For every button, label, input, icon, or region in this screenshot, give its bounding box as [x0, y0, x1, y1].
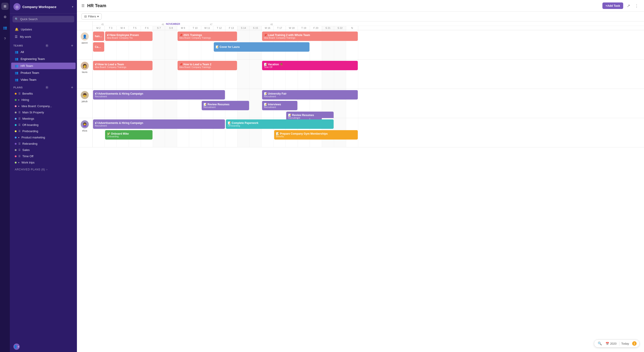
plan-dot-hiring: [15, 99, 16, 101]
all-team-icon: 👥: [15, 50, 18, 54]
sidebar-item-offboarding[interactable]: ☰ Off-boarding: [11, 122, 76, 128]
event-e18[interactable]: 📝Prepare Company Gym Memberships Benefit…: [274, 130, 358, 140]
sidebar-item-benefits[interactable]: ☰ Benefits: [11, 90, 76, 96]
plans-add-button[interactable]: +: [71, 86, 73, 90]
day-bg-col-5: [153, 60, 165, 88]
day-f13: F 13: [226, 26, 238, 30]
day-s21: S 21: [322, 26, 334, 30]
calendar-icon: 📅: [606, 342, 609, 345]
event-e3[interactable]: 📌2021 Trainings Idea Board: Company Trai…: [178, 32, 237, 41]
sidebar-item-engineering[interactable]: 👥 Engineering Team: [11, 56, 76, 62]
event-icon-e12: 📝: [204, 103, 207, 106]
archived-plans[interactable]: ARCHIVED PLANS (6) ›: [11, 166, 76, 173]
plan-rows-icon: ☰: [18, 148, 20, 152]
plans-info-icon[interactable]: ℹ: [46, 86, 48, 89]
sidebar-item-idea-board[interactable]: ▸ Idea Board: Company...: [11, 103, 76, 109]
hr-icon: 👥: [15, 64, 18, 68]
event-sub-e3: Idea Board: Company Trainings: [179, 37, 235, 39]
event-e11[interactable]: 📝University Fair Recruitment: [262, 90, 358, 100]
icon-rail: ⊞ ⚙ 👥 ?: [0, 0, 10, 352]
share-button[interactable]: ↗: [626, 2, 631, 9]
person-label-eliza: 👩‍🦱 eliza: [77, 118, 92, 147]
day-w11: W 11: [201, 26, 213, 30]
sidebar-item-main-st[interactable]: ☰ Main St Property: [11, 109, 76, 116]
zoom-button[interactable]: 🔍: [597, 341, 603, 346]
sidebar-item-product[interactable]: 👥 Product Team: [11, 70, 76, 76]
plan-label-preboarding: Preboarding: [22, 130, 38, 133]
event-e10[interactable]: 🏷Advertisements & Hiring Campaign Recrui…: [93, 90, 225, 100]
event-title-e18: 📝Prepare Company Gym Memberships: [276, 132, 356, 135]
event-e6[interactable]: 📝Cover for Laura: [214, 42, 310, 52]
sidebar-item-hr[interactable]: 👥 HR Team: [11, 62, 76, 69]
sidebar-item-video[interactable]: 👥 Video Team: [11, 76, 76, 83]
event-e9[interactable]: 📝Vacation 🌴 Time Off: [262, 61, 358, 70]
quick-search[interactable]: 🔍 Quick Search: [12, 16, 74, 22]
event-e17[interactable]: ✅Onboard Mike Onboarding: [105, 130, 152, 140]
calendar-wrapper[interactable]: 45 46 NOVEMBER 47: [77, 22, 644, 352]
day-s22: S 22: [334, 26, 346, 30]
notification-badge[interactable]: 1: [632, 341, 636, 346]
team-icon[interactable]: 👥: [1, 24, 8, 31]
home-icon[interactable]: ⊞: [1, 3, 8, 10]
plan-label-meetings: Meetings: [22, 117, 34, 120]
teams-add-button[interactable]: +: [71, 44, 73, 48]
sidebar-item-rebranding[interactable]: ☰ Rebranding: [11, 141, 76, 147]
sidebar-item-sales[interactable]: ☰ Sales: [11, 147, 76, 153]
plan-rows-icon: ☰: [18, 111, 20, 114]
sidebar-item-all[interactable]: 👥 All: [11, 49, 76, 55]
product-label: Product Team: [20, 71, 39, 74]
filters-button[interactable]: ⊟ Filters ▾: [82, 14, 102, 20]
avatar-aaron: 👤: [81, 32, 89, 40]
more-icon: ⋮: [634, 4, 639, 8]
event-title-e7: 🏷How to Lead a Team: [95, 63, 151, 66]
year-selector[interactable]: 📅 2020: [604, 342, 618, 345]
event-e7[interactable]: 🏷How to Lead a Team Idea Board: Company …: [93, 61, 152, 70]
week-46: 46: [153, 23, 165, 26]
plan-dot-sales: [15, 149, 16, 151]
event-e15[interactable]: 🏷Advertisements & Hiring Campaign Recrui…: [93, 120, 225, 129]
plan-rows-icon: ☰: [18, 117, 20, 120]
sidebar-item-meetings[interactable]: ☰ Meetings: [11, 116, 76, 122]
event-e8[interactable]: 📌How to Lead a Team 2 Idea Board: Compan…: [178, 61, 237, 70]
event-e2[interactable]: 🏷New Employee Presen Idea Board: Company…: [105, 32, 152, 41]
sidebar-nav: 🔔 Updates ☰ My work: [10, 24, 77, 41]
event-e4[interactable]: 📌Lead Training 2 with Whole Team Idea Bo…: [262, 32, 358, 41]
event-title-e13: 📝Interviews: [264, 103, 296, 106]
event-title-e3: 📌2021 Trainings: [179, 34, 235, 37]
sidebar-item-time-off[interactable]: ☰ Time Off: [11, 153, 76, 159]
more-options-button[interactable]: ⋮: [634, 2, 640, 9]
plan-dot-preboarding: [15, 130, 16, 132]
teams-section-header: TEAMS ℹ +: [10, 41, 77, 48]
sidebar-item-updates[interactable]: 🔔 Updates: [11, 26, 76, 33]
event-e5[interactable]: Campus: [93, 42, 104, 52]
sidebar-header[interactable]: ◎ Company Workspace ▾: [10, 0, 77, 14]
teams-info-icon[interactable]: ℹ: [46, 44, 48, 47]
sidebar-item-work-trips[interactable]: ▸ Work trips: [11, 160, 76, 166]
day-m9: M 9: [177, 26, 189, 30]
help-icon[interactable]: ?: [1, 35, 8, 42]
sidebar-item-product-marketing[interactable]: ▸ Product marketing: [11, 134, 76, 140]
add-task-button[interactable]: +Add Task: [602, 2, 623, 9]
person-label-jakub: 👦 jakub: [77, 89, 92, 118]
event-title-e9: 📝Vacation 🌴: [264, 63, 356, 66]
day-bg-col-13: [250, 60, 262, 88]
event-e13[interactable]: 📝Interviews Recruitment: [262, 101, 298, 110]
event-e12[interactable]: 📝Review Resumes Recruitment: [202, 101, 249, 110]
day-s7: S 7: [153, 26, 165, 30]
plan-dot-work-trips: [15, 162, 16, 164]
sidebar: ◎ Company Workspace ▾ 🔍 Quick Search 🔔 U…: [10, 0, 77, 352]
event-e1[interactable]: handbook: [93, 32, 104, 41]
sidebar-item-hiring[interactable]: ▸ Hiring: [11, 97, 76, 103]
plan-label-benefits: Benefits: [22, 92, 33, 95]
today-button[interactable]: Today: [619, 342, 631, 346]
add-member-button[interactable]: 👤+: [14, 344, 20, 350]
menu-icon[interactable]: ☰: [82, 4, 84, 8]
bell-icon: 🔔: [15, 28, 18, 31]
event-title-e5: Campus: [95, 46, 102, 48]
week-48: 48: [262, 23, 274, 26]
settings-icon[interactable]: ⚙: [1, 14, 8, 20]
event-e16[interactable]: 📝Complete Paperwork Off-boarding: [226, 120, 334, 129]
sidebar-item-preboarding[interactable]: ☰ Preboarding: [11, 128, 76, 134]
sidebar-item-mywork[interactable]: ☰ My work: [11, 33, 76, 40]
plan-rows-icon: ☰: [18, 142, 20, 145]
